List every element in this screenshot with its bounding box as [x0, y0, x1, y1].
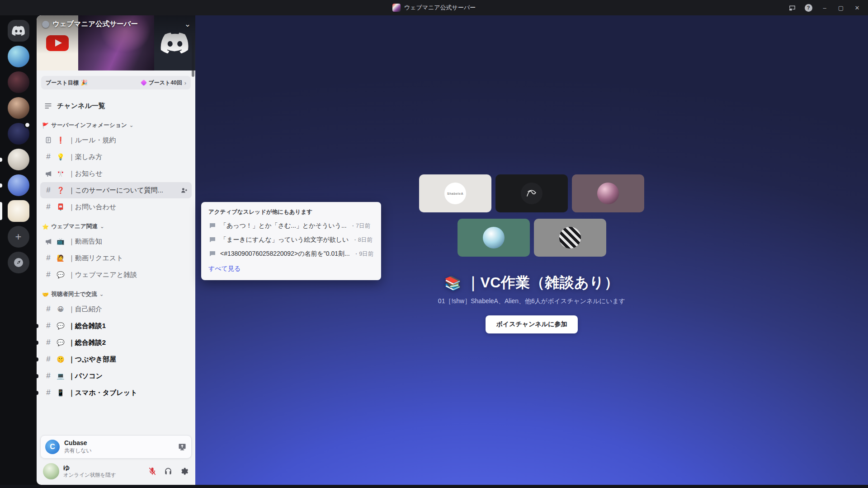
pip-icon[interactable]: [784, 0, 800, 15]
discord-home-button[interactable]: [8, 20, 29, 42]
channel-item-unread[interactable]: # 💬 ｜総合雑談1: [40, 318, 192, 334]
participant-tile[interactable]: [495, 174, 568, 212]
popout-title: アクティブなスレッドが他にもあります: [208, 208, 374, 216]
thread-icon: [208, 236, 217, 244]
participant-tile[interactable]: [458, 219, 530, 257]
window-title: ウェブマニア公式サーバー: [404, 4, 476, 12]
channel-label: ｜動画リクエスト: [68, 254, 123, 263]
channel-label: ｜動画告知: [68, 237, 102, 246]
channel-item[interactable]: # 💬 ｜ウェブマニアと雑談: [40, 267, 192, 283]
window-bottom-edge: [0, 485, 868, 488]
microphone-muted-icon[interactable]: [146, 465, 159, 478]
username: ゆ: [63, 464, 116, 472]
channel-label: ｜ルール・規約: [68, 136, 116, 145]
see-all-link[interactable]: すべて見る: [208, 265, 374, 273]
hash-icon: #: [44, 321, 53, 330]
unread-indicator: [37, 374, 38, 378]
channel-item-unread[interactable]: # 🤫 ｜つぶやき部屋: [40, 351, 192, 367]
sidebar-bottom: C Cubase 共有しない ゆ オンライン状態を隠す: [37, 432, 195, 485]
server-avatar[interactable]: [8, 149, 29, 170]
participant-avatar: [483, 227, 505, 249]
channel-item-unread[interactable]: # 💻 ｜パソコン: [40, 368, 192, 384]
user-panel: ゆ オンライン状態を隠す: [40, 459, 192, 479]
add-server-button[interactable]: +: [8, 226, 29, 248]
thread-item[interactable]: 「まーきにすんな」っていう絵文字が欲しい ・8日前: [208, 236, 374, 244]
join-voice-button[interactable]: ボイスチャンネルに参加: [486, 315, 578, 333]
participant-tile[interactable]: ShabeleA: [419, 174, 491, 212]
server-avatar[interactable]: [8, 71, 29, 93]
hash-icon: #: [44, 202, 53, 211]
server-header[interactable]: ウェブマニア公式サーバー ⌄: [42, 19, 191, 29]
discover-button[interactable]: [8, 252, 29, 273]
user-info[interactable]: ゆ オンライン状態を隠す: [63, 464, 116, 479]
boost-goal-bar[interactable]: ブースト目標 🎉 ブースト40回 ›: [41, 76, 191, 89]
server-app-icon: [392, 4, 401, 12]
user-avatar[interactable]: [43, 463, 59, 479]
channel-label: ｜総合雑談1: [68, 322, 106, 330]
channel-emoji: 🤫: [56, 356, 65, 363]
channel-emoji: ❗: [56, 136, 65, 144]
channel-emoji: 😀: [56, 305, 65, 313]
unread-indicator: [37, 357, 38, 361]
announcement-channel-icon: [44, 170, 53, 178]
channel-item[interactable]: # 🙋 ｜動画リクエスト: [40, 250, 192, 266]
hash-icon: #: [44, 305, 53, 314]
channel-label: ｜楽しみ方: [68, 153, 102, 161]
channel-item[interactable]: # 💡 ｜楽しみ方: [40, 149, 192, 165]
participant-tile[interactable]: [534, 219, 606, 257]
channel-emoji: 📺: [56, 238, 65, 245]
channel-emoji: 💻: [56, 372, 65, 380]
thread-name: 「あっつ！」とか「さむ...」とかそういう...: [220, 222, 347, 230]
category-header[interactable]: ⭐ ウェブマニア関連 ⌄: [37, 216, 195, 233]
server-avatar[interactable]: [8, 123, 29, 145]
sidebar-scrollbar[interactable]: [192, 35, 194, 77]
participant-tiles: ShabeleA: [419, 174, 644, 257]
thread-item[interactable]: 「あっつ！」とか「さむ...」とかそういう... ・7日前: [208, 222, 374, 230]
thread-icon: [208, 222, 217, 230]
channel-item[interactable]: 📺 ｜動画告知: [40, 233, 192, 249]
category-label: ウェブマニア関連: [51, 223, 98, 230]
headphones-icon[interactable]: [161, 465, 175, 478]
minimize-button[interactable]: –: [816, 0, 833, 15]
server-avatar[interactable]: [8, 46, 29, 67]
member-add-icon[interactable]: [180, 187, 188, 194]
category-header[interactable]: 🤝 視聴者同士で交流 ⌄: [37, 283, 195, 300]
channel-item[interactable]: 🎌 ｜お知らせ: [40, 165, 192, 182]
channel-item-hovered[interactable]: # ❓ ｜このサーバーについて質問...: [40, 182, 192, 198]
screen-share-icon[interactable]: [178, 442, 187, 451]
server-avatar-selected[interactable]: [8, 200, 29, 222]
help-icon[interactable]: ?: [800, 0, 816, 15]
server-avatar[interactable]: [8, 174, 29, 196]
server-banner[interactable]: ウェブマニア公式サーバー ⌄: [37, 15, 195, 70]
server-avatar[interactable]: [8, 97, 29, 119]
activity-card[interactable]: C Cubase 共有しない: [40, 435, 192, 459]
category-emoji: 🚩: [42, 122, 49, 129]
close-button[interactable]: ✕: [849, 0, 865, 15]
hash-icon: #: [44, 253, 53, 263]
thread-time: ・7日前: [350, 222, 370, 230]
channel-label: ｜お知らせ: [68, 169, 103, 178]
channel-emoji: 💬: [56, 271, 65, 278]
channel-item-unread[interactable]: # 📱 ｜スマホ・タブレット: [40, 385, 192, 401]
channel-item[interactable]: ❗ ｜ルール・規約: [40, 132, 192, 148]
channel-emoji: ❓: [56, 187, 65, 194]
channel-emoji: 📚: [444, 275, 462, 291]
participant-avatar: [559, 227, 581, 249]
active-threads-popout: アクティブなスレッドが他にもあります 「あっつ！」とか「さむ...」とかそういう…: [201, 202, 381, 280]
category-header[interactable]: 🚩 サーバーインフォメーション ⌄: [37, 114, 195, 131]
channel-item[interactable]: # 😀 ｜自己紹介: [40, 301, 192, 317]
participant-tile[interactable]: [572, 174, 644, 212]
chevron-down-icon: ⌄: [99, 291, 104, 297]
selected-indicator: [0, 202, 2, 220]
user-status: オンライン状態を隠す: [63, 472, 116, 479]
maximize-button[interactable]: ▢: [833, 0, 849, 15]
thread-item[interactable]: <#1380900760258220092>の名前を"0.01刻... ・9日前: [208, 250, 374, 258]
browse-channels-item[interactable]: チャンネル一覧: [40, 99, 192, 113]
settings-gear-icon[interactable]: [177, 465, 191, 478]
server-badge-icon: [42, 21, 49, 28]
channel-sidebar: ウェブマニア公式サーバー ⌄ ブースト目標 🎉 ブースト40回 › チャンネル一…: [37, 15, 195, 485]
voice-channel-name: ｜VC作業（雑談あり）: [466, 273, 619, 293]
channel-item[interactable]: # 📮 ｜お問い合わせ: [40, 199, 192, 215]
channel-item-unread[interactable]: # 💬 ｜総合雑談2: [40, 334, 192, 351]
channel-label: ｜総合雑談2: [68, 338, 106, 347]
